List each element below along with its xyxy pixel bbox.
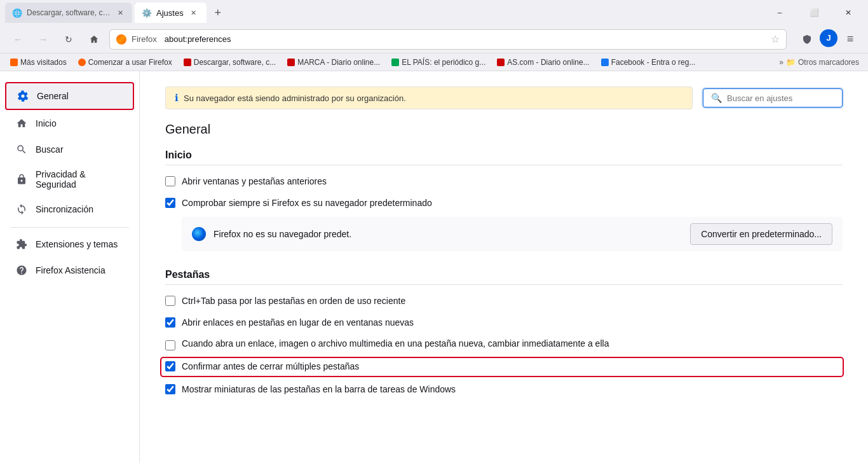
bookmark-label: Más visitados — [20, 58, 67, 67]
tab1-close-button[interactable]: ✕ — [117, 8, 125, 18]
sidebar-item-asistencia[interactable]: Firefox Asistencia — [5, 258, 134, 283]
settings-layout: General Inicio Buscar — [0, 71, 868, 463]
checkbox-row-abrir-enlaces: Abrir enlaces en pestañas en lugar de en… — [165, 315, 843, 331]
search-icon — [15, 143, 28, 156]
mostrar-miniaturas-label: Mostrar miniaturas de las pestañas en la… — [182, 384, 456, 396]
gear-icon — [17, 90, 29, 102]
abrir-ventanas-checkbox[interactable] — [165, 176, 175, 186]
mostrar-miniaturas-checkbox[interactable] — [165, 384, 175, 394]
reload-button[interactable]: ↻ — [58, 29, 79, 50]
bookmark-item-firefox[interactable]: Comenzar a usar Firefox — [73, 57, 177, 68]
bookmark-favicon — [10, 59, 18, 66]
settings-main-content: ℹ Su navegador está siendo administrado … — [140, 71, 868, 463]
home-icon — [15, 117, 28, 130]
checkbox-row-confirmar-cerrar: Confirmar antes de cerrar múltiples pest… — [161, 358, 843, 376]
admin-notice-text: Su navegador está siendo administrado po… — [184, 93, 406, 103]
abrir-enlaces-label: Abrir enlaces en pestañas en lugar de en… — [182, 317, 414, 329]
search-input-field[interactable] — [727, 93, 834, 103]
bookmark-label: Comenzar a usar Firefox — [88, 58, 172, 67]
tab2-title: Ajustes — [156, 8, 184, 18]
sidebar-item-inicio[interactable]: Inicio — [5, 111, 134, 136]
maximize-button[interactable]: ⬜ — [799, 3, 829, 23]
search-icon: 🔍 — [711, 93, 722, 103]
sidebar-item-general[interactable]: General — [5, 82, 134, 110]
sidebar-item-extensiones[interactable]: Extensiones y temas — [5, 233, 134, 257]
bookmark-favicon — [391, 59, 399, 66]
comprobar-predeterminado-label: Comprobar siempre si Firefox es su naveg… — [182, 197, 432, 210]
bookmark-label: Descargar, software, c... — [194, 58, 276, 67]
address-url: about:preferences — [165, 34, 231, 44]
bookmark-item-as[interactable]: AS.com - Diario online... — [492, 57, 594, 68]
bookmark-item-descargar[interactable]: Descargar, software, c... — [179, 57, 281, 68]
lock-icon — [15, 173, 28, 186]
home-button[interactable] — [84, 29, 104, 50]
bookmarks-folder-label: Otros marcadores — [798, 58, 859, 67]
tab2-close-button[interactable]: ✕ — [189, 8, 199, 18]
menu-button[interactable]: ≡ — [840, 29, 860, 50]
browser-tab-1[interactable]: 🌐 Descargar, software, controlad... ✕ — [5, 3, 132, 23]
inicio-section: Inicio Abrir ventanas y pestañas anterio… — [165, 149, 843, 251]
bookmark-favicon — [287, 59, 295, 66]
bookmark-label: MARCA - Diario online... — [297, 58, 380, 67]
sidebar-item-privacidad[interactable]: Privacidad & Seguridad — [5, 163, 134, 196]
ctrl-tab-label: Ctrl+Tab pasa por las pestañas en orden … — [182, 295, 405, 308]
tab1-favicon: 🌐 — [13, 8, 22, 17]
checkbox-row-cambiar-pestana: Cuando abra un enlace, imagen o archivo … — [165, 336, 843, 352]
comprobar-predeterminado-checkbox[interactable] — [165, 198, 175, 208]
sidebar-divider — [10, 227, 129, 228]
bookmark-favicon — [497, 59, 505, 66]
convert-default-button[interactable]: Convertir en predeterminado... — [690, 223, 832, 245]
pestanas-section: Pestañas Ctrl+Tab pasa por las pestañas … — [165, 269, 843, 397]
page-title: General — [165, 122, 843, 137]
browser-frame: 🌐 Descargar, software, controlad... ✕ ⚙️… — [0, 0, 868, 463]
sidebar-item-label: Sincronización — [36, 204, 93, 214]
bookmarks-more-button[interactable]: » 📁 Otros marcadores — [775, 57, 863, 68]
profile-button[interactable]: J — [820, 29, 837, 47]
nav-icon-group: J ≡ — [797, 29, 860, 50]
default-browser-row: Firefox no es su navegador predet. Conve… — [182, 217, 843, 251]
top-controls: ℹ Su navegador está siendo administrado … — [165, 86, 843, 109]
confirmar-cerrar-checkbox[interactable] — [165, 361, 175, 371]
bookmark-label: Facebook - Entra o reg... — [611, 58, 696, 67]
shield-icon-button[interactable] — [797, 29, 817, 50]
cambiar-pestana-label: Cuando abra un enlace, imagen o archivo … — [182, 338, 609, 350]
cambiar-pestana-checkbox[interactable] — [165, 340, 175, 350]
bookmark-favicon — [601, 59, 609, 66]
bookmark-favicon — [78, 59, 86, 66]
sidebar-item-label: Extensiones y temas — [36, 239, 118, 249]
info-icon: ℹ — [175, 92, 179, 104]
pestanas-section-title: Pestañas — [165, 269, 843, 285]
sidebar-item-label: Firefox Asistencia — [36, 265, 105, 275]
settings-sidebar: General Inicio Buscar — [0, 71, 140, 463]
firefox-ball-icon — [192, 227, 206, 241]
sidebar-item-label: Inicio — [36, 118, 57, 128]
ctrl-tab-checkbox[interactable] — [165, 296, 175, 306]
sidebar-item-label: Privacidad & Seguridad — [36, 169, 124, 190]
bookmark-item-marca[interactable]: MARCA - Diario online... — [282, 57, 385, 68]
bookmark-item-facebook[interactable]: Facebook - Entra o reg... — [596, 57, 701, 68]
tab1-title: Descargar, software, controlad... — [27, 8, 112, 17]
abrir-enlaces-checkbox[interactable] — [165, 317, 175, 328]
title-bar: 🌐 Descargar, software, controlad... ✕ ⚙️… — [0, 0, 868, 25]
sync-icon — [15, 203, 28, 216]
sidebar-item-buscar[interactable]: Buscar — [5, 137, 134, 162]
sidebar-item-label: General — [37, 91, 69, 101]
new-tab-button[interactable]: + — [209, 4, 227, 22]
address-bar[interactable]: Firefox about:preferences ☆ — [109, 29, 787, 50]
back-button[interactable]: ← — [8, 29, 28, 50]
browser-tab-2[interactable]: ⚙️ Ajustes ✕ — [135, 3, 207, 23]
minimize-button[interactable]: – — [765, 3, 794, 23]
firefox-logo — [116, 34, 126, 45]
abrir-ventanas-label: Abrir ventanas y pestañas anteriores — [182, 176, 327, 188]
star-icon[interactable]: ☆ — [771, 33, 780, 45]
bookmark-item-elpais[interactable]: EL PAÍS: el periódico g... — [386, 57, 491, 68]
sidebar-item-label: Buscar — [36, 144, 64, 155]
bookmark-item-visitados[interactable]: Más visitados — [5, 57, 72, 68]
checkbox-row-comprobar: Comprobar siempre si Firefox es su naveg… — [165, 196, 843, 211]
navigation-bar: ← → ↻ Firefox about:preferences ☆ J ≡ — [0, 25, 868, 53]
search-box[interactable]: 🔍 — [703, 88, 843, 107]
close-button[interactable]: ✕ — [834, 3, 863, 23]
sidebar-item-sincronizacion[interactable]: Sincronización — [5, 197, 134, 222]
checkbox-row-miniaturas: Mostrar miniaturas de las pestañas en la… — [165, 382, 843, 397]
forward-button[interactable]: → — [33, 29, 53, 50]
